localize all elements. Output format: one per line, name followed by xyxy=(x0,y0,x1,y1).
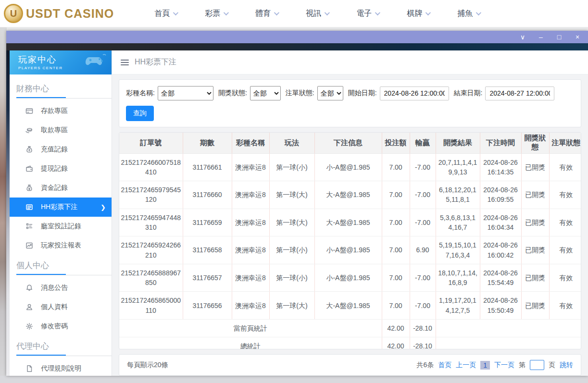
column-header: 注單狀態 xyxy=(549,133,581,153)
page-jump-suffix: 页 xyxy=(549,361,555,370)
window-minimize-icon[interactable]: – xyxy=(537,34,545,40)
sidebar-item-消息公告[interactable]: 消息公告 xyxy=(10,278,112,297)
draw-status-select[interactable]: 全部 xyxy=(250,86,281,100)
table-cell: 31176658 xyxy=(183,236,232,264)
table-cell: 31176659 xyxy=(183,209,232,236)
search-button[interactable]: 查詢 xyxy=(126,106,154,121)
prev-page-link[interactable]: 上一页 xyxy=(456,361,476,370)
section-underline xyxy=(16,274,112,275)
sidebar-header: 玩家中心 PLAYERS CENTER xyxy=(10,50,112,74)
order-status-select[interactable]: 全部 xyxy=(317,86,343,100)
nav-item-label: 彩票 xyxy=(205,9,220,19)
page-background-sliver xyxy=(0,27,7,383)
end-date-input[interactable] xyxy=(485,86,554,100)
table-cell: 大-A盤@1.985 xyxy=(314,209,382,236)
nav-item-label: 首頁 xyxy=(154,9,170,19)
site-logo[interactable]: U USDT CASINO xyxy=(4,4,114,23)
nav-item-捕魚[interactable]: 捕魚 xyxy=(443,9,494,19)
nav-item-首頁[interactable]: 首頁 xyxy=(140,9,191,19)
sidebar-item-資金記錄[interactable]: 資金記錄 xyxy=(10,178,112,198)
sidebar-item-label: 取款專區 xyxy=(41,126,68,135)
table-cell: 2152172465947448310 xyxy=(119,209,183,236)
window-close-icon[interactable]: × xyxy=(574,34,581,40)
table-cell: 澳洲幸运8 xyxy=(232,264,269,292)
next-page-link[interactable]: 下一页 xyxy=(494,361,514,370)
window-chevron-down-icon[interactable]: ∨ xyxy=(519,34,526,40)
lottery-name-select[interactable]: 全部 xyxy=(158,86,213,100)
column-header: 開獎結果 xyxy=(436,133,480,153)
column-header: 彩種名稱 xyxy=(232,133,269,153)
summary-empty xyxy=(436,337,581,350)
table-cell: 第一球(小) xyxy=(269,236,314,264)
table-cell: 2152172465979545120 xyxy=(119,181,183,209)
nav-item-彩票[interactable]: 彩票 xyxy=(191,9,241,19)
table-cell: 有效 xyxy=(549,292,581,320)
sidebar-item-廳室投註記錄[interactable]: 廳室投註記錄 xyxy=(10,217,112,236)
table-cell: 已開獎 xyxy=(521,181,549,209)
table-row: 215217246588896785031176657澳洲幸运8第一球(小)小-… xyxy=(119,264,581,292)
sidebar-item-代理規則說明[interactable]: 代理規則說明 xyxy=(10,359,112,376)
nav-item-體育[interactable]: 體育 xyxy=(241,9,292,19)
sidebar-item-label: 玩家投注報表 xyxy=(41,241,81,250)
hamburger-icon[interactable] xyxy=(121,60,129,65)
app-window: ∨ – □ × 玩家中心 PLAYERS CENTER 財務中心存款專區取款專區… xyxy=(6,31,588,376)
table-cell: 有效 xyxy=(549,181,581,209)
summary-amount: 42.00 xyxy=(382,320,410,337)
logo-coin-icon: U xyxy=(4,4,23,23)
table-cell: 2024-08-26 16:09:55 xyxy=(480,181,521,209)
nav-item-label: 體育 xyxy=(255,9,271,19)
sidebar-item-修改密碼[interactable]: 修改密碼 xyxy=(10,317,112,336)
table-cell: 1,19,17,20,14,12,7,5 xyxy=(436,292,480,320)
person-icon xyxy=(25,303,33,311)
lottery-name-label: 彩種名稱: xyxy=(126,89,155,98)
table-cell: 已開獎 xyxy=(521,292,549,320)
nav-item-棋牌[interactable]: 棋牌 xyxy=(393,9,443,19)
column-header: 玩法 xyxy=(269,133,314,153)
page-jump-prefix: 第 xyxy=(519,361,525,370)
table-cell: 31176660 xyxy=(183,181,232,209)
summary-winloss: -28.10 xyxy=(410,320,436,337)
sidebar-section-label: 個人中心 xyxy=(10,255,112,274)
sidebar-section-label: 財務中心 xyxy=(10,78,112,97)
start-date-label: 開始日期: xyxy=(348,89,377,98)
table-cell: -7.00 xyxy=(410,181,436,209)
summary-winloss: -28.10 xyxy=(410,337,436,350)
window-maximize-icon[interactable]: □ xyxy=(555,34,563,40)
table-cell: 18,10,7,1,14,16,8,9 xyxy=(436,264,480,292)
gear-icon xyxy=(25,322,33,331)
table-cell: 大-A盤@1.985 xyxy=(314,181,382,209)
sidebar-item-HH彩票下注[interactable]: HH彩票下注❯ xyxy=(10,198,112,217)
sidebar-menu: 財務中心存款專區取款專區充值記錄提現記錄資金記錄HH彩票下注❯廳室投註記錄玩家投… xyxy=(10,74,112,376)
table-cell: 澳洲幸运8 xyxy=(232,181,269,209)
sidebar-item-個人資料[interactable]: 個人資料 xyxy=(10,297,112,317)
nav-item-label: 棋牌 xyxy=(407,9,422,19)
table-cell: 已開獎 xyxy=(521,209,549,236)
sidebar-item-label: 個人資料 xyxy=(41,303,68,311)
sidebar-item-充值記錄[interactable]: 充值記錄 xyxy=(10,140,112,159)
sidebar-item-玩家投注報表[interactable]: 玩家投注報表 xyxy=(10,236,112,255)
table-cell: 第一球(大) xyxy=(269,209,314,236)
sidebar-item-存款專區[interactable]: 存款專區 xyxy=(10,101,112,121)
table-cell: 小-A盤@1.985 xyxy=(314,236,382,264)
site-topbar: U USDT CASINO 首頁彩票體育視訊電子棋牌捕魚 xyxy=(0,0,588,27)
table-row: 215217246592426621031176658澳洲幸运8第一球(小)小-… xyxy=(119,236,581,264)
filter-panel: 彩種名稱: 全部 開獎狀態: 全部 注單狀態: 全部 開始日期: 結束日期: xyxy=(119,79,581,127)
window-left-edge xyxy=(6,50,10,376)
table-cell: 有效 xyxy=(549,264,581,292)
page-jump-input[interactable] xyxy=(530,360,544,370)
column-header: 下注時間 xyxy=(480,133,521,153)
sidebar-item-提現記錄[interactable]: 提現記錄 xyxy=(10,159,112,178)
sidebar-item-取款專區[interactable]: 取款專區 xyxy=(10,121,112,140)
current-page-badge[interactable]: 1 xyxy=(480,361,490,370)
table-cell: 2152172465865000110 xyxy=(119,292,183,320)
first-page-link[interactable]: 首页 xyxy=(438,361,451,370)
chevron-down-icon xyxy=(224,10,229,15)
table-cell: 2024-08-26 15:50:49 xyxy=(480,292,521,320)
table-cell: 2152172466007518410 xyxy=(119,153,183,181)
table-cell: 有效 xyxy=(549,153,581,181)
start-date-input[interactable] xyxy=(380,86,449,100)
nav-item-label: 捕魚 xyxy=(457,9,473,19)
jump-button[interactable]: 跳转 xyxy=(560,361,573,370)
nav-item-視訊[interactable]: 視訊 xyxy=(292,9,342,19)
nav-item-電子[interactable]: 電子 xyxy=(342,9,393,19)
